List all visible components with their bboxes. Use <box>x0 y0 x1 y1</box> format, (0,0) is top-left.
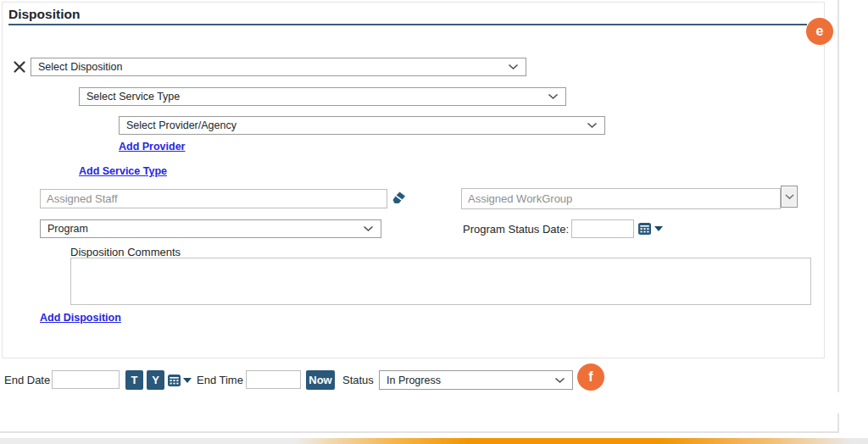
add-provider-link[interactable]: Add Provider <box>119 141 186 153</box>
program-status-date-input[interactable] <box>571 219 634 238</box>
program-select[interactable]: Program <box>40 219 381 238</box>
provider-agency-select[interactable]: Select Provider/Agency <box>119 116 605 135</box>
annotation-badge-e: e <box>806 18 833 45</box>
outer-frame-line <box>837 413 839 433</box>
status-select-value: In Progress <box>387 375 549 386</box>
service-type-select[interactable]: Select Service Type <box>79 87 566 106</box>
add-disposition-link[interactable]: Add Disposition <box>40 312 121 324</box>
chevron-down-icon <box>554 377 565 384</box>
chevron-down-icon <box>785 194 794 200</box>
annotation-badge-f: f <box>577 364 604 391</box>
outer-frame-line <box>837 0 839 392</box>
calendar-icon[interactable] <box>637 221 652 236</box>
outer-frame-line <box>0 431 839 433</box>
chevron-down-icon <box>508 64 519 70</box>
eraser-icon[interactable] <box>391 190 407 206</box>
end-date-label: End Date <box>4 374 50 386</box>
disposition-select[interactable]: Select Disposition <box>31 58 526 76</box>
end-time-label: End Time <box>197 374 243 386</box>
assigned-workgroup-input[interactable] <box>461 188 781 209</box>
provider-agency-select-value: Select Provider/Agency <box>126 119 581 131</box>
yesterday-button[interactable]: Y <box>147 370 164 390</box>
service-type-select-value: Select Service Type <box>86 91 542 103</box>
status-select[interactable]: In Progress <box>379 370 573 390</box>
page-title: Disposition <box>8 7 80 22</box>
disposition-select-value: Select Disposition <box>38 61 503 73</box>
assigned-workgroup-dropdown-button[interactable] <box>781 186 798 208</box>
calendar-icon[interactable] <box>167 373 181 387</box>
assigned-staff-input[interactable] <box>40 189 387 208</box>
end-time-input[interactable] <box>246 370 301 389</box>
chevron-down-icon <box>363 225 374 232</box>
disposition-comments-textarea[interactable] <box>70 258 811 305</box>
close-icon[interactable] <box>13 60 26 74</box>
status-label: Status <box>342 374 374 386</box>
bottom-gradient-bar <box>0 438 868 444</box>
program-status-date-label: Program Status Date: <box>463 223 569 236</box>
disposition-screen: Disposition e Select Disposition Select … <box>0 0 868 444</box>
caret-down-icon[interactable] <box>654 226 663 231</box>
add-service-type-link[interactable]: Add Service Type <box>79 165 167 177</box>
today-button[interactable]: T <box>125 370 143 390</box>
end-date-input[interactable] <box>52 370 120 389</box>
disposition-comments-label: Disposition Comments <box>70 246 181 258</box>
now-button[interactable]: Now <box>306 370 335 390</box>
title-underline <box>8 24 807 25</box>
caret-down-icon[interactable] <box>183 378 192 383</box>
program-select-value: Program <box>47 223 358 235</box>
chevron-down-icon <box>548 93 559 100</box>
chevron-down-icon <box>587 122 598 129</box>
